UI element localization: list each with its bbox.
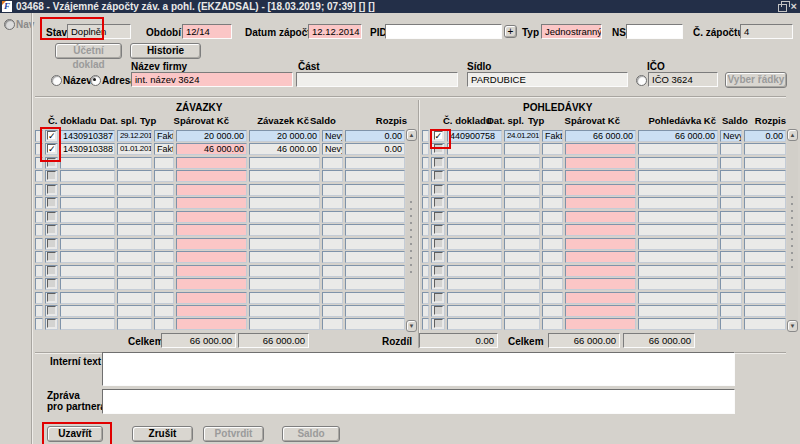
pohledavky-cell[interactable] — [504, 211, 540, 223]
pohledavky-cell[interactable] — [638, 143, 718, 155]
zavazky-cell[interactable] — [176, 292, 247, 304]
datum-zapoctu-field[interactable]: 12.12.2014 — [308, 24, 362, 39]
zavazky-cell[interactable] — [154, 211, 174, 223]
zavazky-cell[interactable] — [322, 292, 343, 304]
restore-window-icon[interactable] — [778, 4, 787, 12]
zavazky-cell[interactable] — [249, 305, 320, 317]
pohledavky-cell[interactable] — [542, 170, 563, 182]
zavazky-cell[interactable] — [345, 305, 405, 317]
pohledavky-row-checkbox[interactable] — [434, 252, 443, 261]
pohledavky-cell[interactable]: Nevy — [720, 130, 742, 142]
zavazky-cell[interactable] — [154, 224, 174, 236]
pohledavky-row-checkbox[interactable] — [434, 212, 443, 221]
pohledavky-scroll-track[interactable] — [790, 195, 796, 271]
pohledavky-cell[interactable] — [565, 265, 636, 277]
pohledavky-cell[interactable] — [638, 184, 718, 196]
pohledavky-cell[interactable] — [504, 318, 540, 330]
pohledavky-cell[interactable]: Faktu — [542, 130, 563, 142]
zavazky-cell[interactable] — [176, 197, 247, 209]
zavazky-cell[interactable] — [345, 318, 405, 330]
pohledavky-record-indicator[interactable] — [422, 130, 429, 142]
pohledavky-cell[interactable] — [720, 305, 742, 317]
zavazky-cell[interactable]: Nevy — [322, 130, 343, 142]
zprava-pro-partnera-area[interactable] — [102, 389, 735, 414]
zavazky-cell[interactable] — [249, 170, 320, 182]
zavazky-record-indicator[interactable] — [35, 157, 43, 169]
pohledavky-cell[interactable] — [638, 170, 718, 182]
pohledavky-cell[interactable] — [638, 197, 718, 209]
zavazky-cell[interactable] — [322, 184, 343, 196]
typ-field[interactable]: Jednostranný — [541, 24, 602, 39]
saldo-button[interactable]: Saldo — [282, 426, 340, 442]
zavazky-cell[interactable] — [154, 251, 174, 263]
pohledavky-cell[interactable] — [542, 224, 563, 236]
zavazky-cell[interactable]: 1430910387 — [60, 130, 115, 142]
zavazky-cell[interactable] — [117, 211, 152, 223]
zavazky-cell[interactable]: 20 000.00 — [249, 130, 320, 142]
zavazky-record-indicator[interactable] — [35, 143, 43, 155]
pohledavky-cell[interactable] — [638, 265, 718, 277]
zavazky-cell[interactable] — [249, 224, 320, 236]
zavazky-cell[interactable] — [322, 211, 343, 223]
zavazky-cell[interactable] — [176, 211, 247, 223]
zavazky-cell[interactable] — [60, 251, 115, 263]
pohledavky-cell[interactable] — [720, 197, 742, 209]
pohledavky-cell[interactable] — [504, 251, 540, 263]
zavazky-cell[interactable] — [117, 251, 152, 263]
zavazky-cell[interactable] — [249, 251, 320, 263]
zavazky-record-indicator[interactable] — [35, 265, 43, 277]
pohledavky-cell[interactable] — [720, 278, 742, 290]
sidlo-field[interactable]: PARDUBICE — [467, 72, 628, 87]
zavazky-cell[interactable] — [322, 224, 343, 236]
zavazky-cell[interactable] — [345, 292, 405, 304]
pohledavky-cell[interactable] — [565, 224, 636, 236]
zavazky-cell[interactable] — [322, 251, 343, 263]
pohledavky-cell[interactable] — [447, 318, 502, 330]
pohledavky-cell[interactable] — [447, 265, 502, 277]
zavazky-cell[interactable]: 1430910388 — [60, 143, 115, 155]
zavazky-cell[interactable] — [154, 305, 174, 317]
pohledavky-record-indicator[interactable] — [422, 238, 429, 250]
pohledavky-cell[interactable] — [542, 318, 563, 330]
zavazky-cell[interactable]: 46 000.00 — [176, 143, 247, 155]
zavazky-row-checkbox[interactable] — [47, 293, 56, 302]
zavazky-cell[interactable] — [117, 278, 152, 290]
pohledavky-cell[interactable] — [744, 211, 786, 223]
pohledavky-record-indicator[interactable] — [422, 224, 429, 236]
zavazky-cell[interactable]: Faktu — [154, 143, 174, 155]
zavazky-record-indicator[interactable] — [35, 318, 43, 330]
pohledavky-cell[interactable] — [542, 292, 563, 304]
zavazky-scroll-up-icon[interactable]: ▲ — [406, 129, 417, 141]
zavazky-cell[interactable] — [176, 170, 247, 182]
zavazky-cell[interactable] — [60, 265, 115, 277]
zavazky-cell[interactable] — [154, 318, 174, 330]
zavazky-cell[interactable] — [249, 238, 320, 250]
zavazky-cell[interactable] — [60, 184, 115, 196]
zavazky-cell[interactable] — [345, 184, 405, 196]
pohledavky-record-indicator[interactable] — [422, 211, 429, 223]
zavazky-record-indicator[interactable] — [35, 238, 43, 250]
pohledavky-record-indicator[interactable] — [422, 305, 429, 317]
pohledavky-cell[interactable] — [720, 238, 742, 250]
zavazky-cell[interactable]: Faktu — [154, 130, 174, 142]
zavazky-record-indicator[interactable] — [35, 197, 43, 209]
zavazky-cell[interactable] — [60, 224, 115, 236]
pohledavky-row-checkbox[interactable]: ✓ — [434, 131, 443, 140]
zavazky-cell[interactable] — [176, 305, 247, 317]
pohledavky-cell[interactable] — [542, 184, 563, 196]
zavazky-cell[interactable] — [117, 197, 152, 209]
zavazky-record-indicator[interactable] — [35, 251, 43, 263]
pohledavky-record-indicator[interactable] — [422, 318, 429, 330]
pohledavky-cell[interactable] — [565, 318, 636, 330]
pohledavky-cell[interactable] — [447, 143, 502, 155]
zavazky-cell[interactable] — [60, 197, 115, 209]
zavazky-cell[interactable] — [345, 278, 405, 290]
pohledavky-row-checkbox[interactable] — [434, 266, 443, 275]
pohledavky-row-checkbox[interactable] — [434, 225, 443, 234]
zavazky-row-checkbox[interactable] — [47, 225, 56, 234]
zavazky-cell[interactable] — [249, 211, 320, 223]
pohledavky-record-indicator[interactable] — [422, 265, 429, 277]
pohledavky-cell[interactable] — [447, 184, 502, 196]
pohledavky-cell[interactable] — [565, 184, 636, 196]
cast-field[interactable] — [296, 72, 458, 87]
